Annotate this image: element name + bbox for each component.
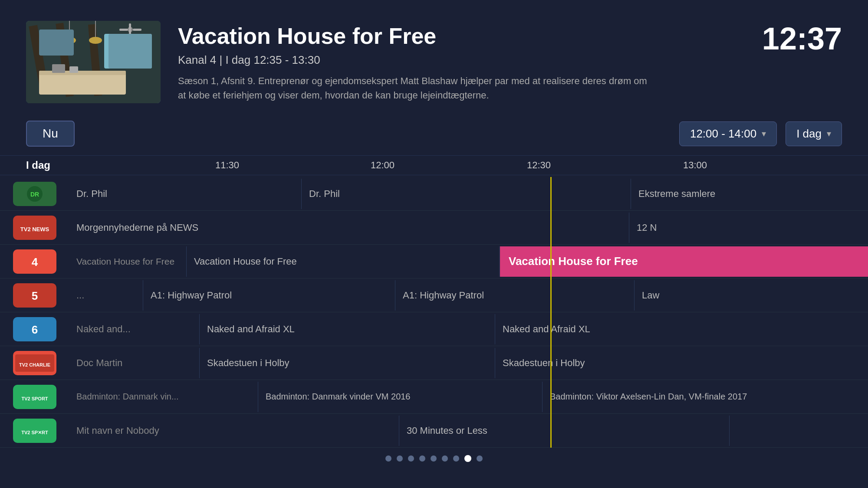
pagination-dot-1[interactable] (385, 455, 391, 462)
pagination-dot-2[interactable] (397, 455, 403, 462)
svg-rect-5 (108, 36, 128, 66)
program-dots[interactable]: ... (69, 280, 143, 311)
logo-box-dr1: DR (13, 182, 56, 206)
programs-track-tv2charlie[interactable]: Doc Martin Skadestuen i Holby Skadestuen… (69, 346, 868, 380)
pagination-dot-7[interactable] (453, 455, 459, 462)
program-badminton-1[interactable]: Badminton: Danmark vin... (69, 382, 258, 412)
current-time: 12:37 (762, 21, 842, 56)
svg-rect-6 (130, 36, 150, 66)
program-naked-2[interactable]: Naked and Afraid XL (200, 314, 495, 344)
chevron-down-icon-2: ▾ (827, 128, 831, 139)
programs-track-kanal6[interactable]: Naked and... Naked and Afraid XL Naked a… (69, 312, 868, 346)
time-mark-1300: 13:00 (683, 160, 707, 171)
day-dropdown[interactable]: I dag ▾ (786, 121, 842, 146)
program-docmartin[interactable]: Doc Martin (69, 348, 200, 378)
pagination-dot-8-active[interactable] (464, 455, 471, 462)
channels-container: DR Dr. Phil Dr. Phil Ekstreme samlere TV… (0, 177, 868, 448)
chevron-down-icon: ▾ (762, 128, 766, 139)
pagination-dot-3[interactable] (408, 455, 414, 462)
svg-text:TV2 NEWS: TV2 NEWS (20, 226, 49, 233)
channel-row-tv2news: TV2 NEWS Morgennyhederne på NEWS 12 N (0, 211, 868, 245)
channel-row-kanal4: 4 Vacation House for Free Vacation House… (0, 245, 868, 278)
program-vacation-1[interactable]: Vacation House for Free (69, 246, 187, 277)
program-mitnavn[interactable]: Mit navn er Nobody (69, 416, 399, 446)
time-mark-1230: 12:30 (527, 160, 551, 171)
channel-row-tv2sportx: TV2 SP✕RT Mit navn er Nobody 30 Minutes … (0, 414, 868, 448)
svg-text:4: 4 (32, 255, 38, 269)
channel-row-kanal6: 6 Naked and... Naked and Afraid XL Naked… (0, 312, 868, 346)
programs-track-kanal5[interactable]: ... A1: Highway Patrol A1: Highway Patro… (69, 278, 868, 312)
programs-track-dr1[interactable]: Dr. Phil Dr. Phil Ekstreme samlere (69, 177, 868, 211)
time-mark-1200: 12:00 (371, 160, 395, 171)
nu-button[interactable]: Nu (26, 121, 75, 147)
svg-text:TV2 SPORT: TV2 SPORT (21, 396, 48, 401)
controls-bar: Nu 12:00 - 14:00 ▾ I dag ▾ (0, 116, 868, 155)
program-skadestuen-1[interactable]: Skadestuen i Holby (200, 348, 495, 378)
program-badminton-3[interactable]: Badminton: Viktor Axelsen-Lin Dan, VM-fi… (543, 382, 868, 412)
pagination-dot-4[interactable] (419, 455, 425, 462)
program-highway-2[interactable]: A1: Highway Patrol (396, 280, 635, 311)
svg-point-12 (63, 37, 76, 44)
header-section: Vacation House for Free Kanal 4 | I dag … (0, 0, 868, 116)
tv2news-logo-svg: TV2 NEWS (15, 219, 54, 236)
program-30minutes[interactable]: 30 Minutes or Less (400, 416, 730, 446)
program-highway-1[interactable]: A1: Highway Patrol (144, 280, 395, 311)
programs-track-tv2news[interactable]: Morgennyhederne på NEWS 12 N (69, 211, 868, 245)
pagination (0, 455, 868, 462)
svg-rect-15 (52, 64, 65, 73)
program-naked-3[interactable]: Naked and Afraid XL (496, 314, 868, 344)
programs-track-tv2sport[interactable]: Badminton: Danmark vin... Badminton: Dan… (69, 380, 868, 414)
timeline-day-label: I dag (26, 159, 50, 171)
svg-rect-21 (129, 30, 131, 39)
logo-box-tv2news: TV2 NEWS (13, 216, 56, 240)
svg-rect-18 (119, 29, 128, 31)
logo-box-kanal4: 4 (13, 249, 56, 274)
kanal6-logo-svg: 6 (20, 321, 50, 338)
svg-point-7 (108, 36, 126, 58)
program-vacation-2[interactable]: Vacation House for Free (187, 246, 500, 277)
program-badminton-2[interactable]: Badminton: Danmark vinder VM 2016 (259, 382, 542, 412)
tv2sport-logo-svg: TV2 SPORT (15, 388, 54, 406)
program-12n[interactable]: 12 N (630, 213, 868, 243)
logo-box-kanal6: 6 (13, 317, 56, 341)
channel-logo-tv2sport: TV2 SPORT (0, 380, 69, 414)
dr1-logo-svg: DR (20, 185, 50, 203)
program-vacation-highlighted[interactable]: Vacation House for Free (500, 246, 868, 277)
channel-logo-tv2charlie: TV2 CHARLIE (0, 346, 69, 380)
program-dr-phil-1[interactable]: Dr. Phil (69, 179, 302, 209)
programs-track-tv2sportx[interactable]: Mit navn er Nobody 30 Minutes or Less (69, 414, 868, 448)
programs-track-kanal4[interactable]: Vacation House for Free Vacation House f… (69, 245, 868, 278)
program-description: Sæson 1, Afsnit 9. Entreprenør og ejendo… (178, 74, 655, 102)
program-naked-1[interactable]: Naked and... (69, 314, 200, 344)
time-range-dropdown[interactable]: 12:00 - 14:00 ▾ (679, 121, 777, 146)
thumbnail-image (26, 21, 161, 103)
program-skadestuen-2[interactable]: Skadestuen i Holby (496, 348, 868, 378)
svg-text:DR: DR (30, 191, 39, 198)
channel-row-kanal5: 5 ... A1: Highway Patrol A1: Highway Pat… (0, 278, 868, 312)
pagination-dot-5[interactable] (431, 455, 437, 462)
kanal5-logo-svg: 5 (20, 287, 50, 304)
program-dr-phil-2[interactable]: Dr. Phil (302, 179, 631, 209)
day-label: I dag (796, 127, 822, 141)
pagination-dot-9[interactable] (477, 455, 483, 462)
program-ekstreme[interactable]: Ekstreme samlere (631, 179, 868, 209)
channel-row-tv2sport: TV2 SPORT Badminton: Danmark vin... Badm… (0, 380, 868, 414)
svg-rect-9 (39, 73, 126, 95)
program-channel: Kanal 4 | I dag 12:35 - 13:30 (178, 53, 842, 67)
channel-logo-tv2sportx: TV2 SP✕RT (0, 414, 69, 448)
svg-text:TV2 SP✕RT: TV2 SP✕RT (21, 430, 48, 435)
program-law[interactable]: Law (635, 280, 868, 311)
svg-point-14 (89, 37, 102, 44)
channel-logo-tv2news: TV2 NEWS (0, 211, 69, 245)
channel-logo-kanal6: 6 (0, 312, 69, 346)
svg-rect-16 (69, 66, 78, 73)
program-thumbnail (26, 21, 161, 103)
program-morgennyhederne[interactable]: Morgennyhederne på NEWS (69, 213, 629, 243)
svg-rect-19 (133, 29, 141, 31)
logo-box-tv2sport: TV2 SPORT (13, 385, 56, 409)
channel-logo-kanal4: 4 (0, 245, 69, 278)
pagination-dot-6[interactable] (442, 455, 448, 462)
svg-rect-4 (104, 34, 152, 69)
svg-point-8 (131, 35, 147, 54)
svg-text:5: 5 (32, 289, 38, 302)
